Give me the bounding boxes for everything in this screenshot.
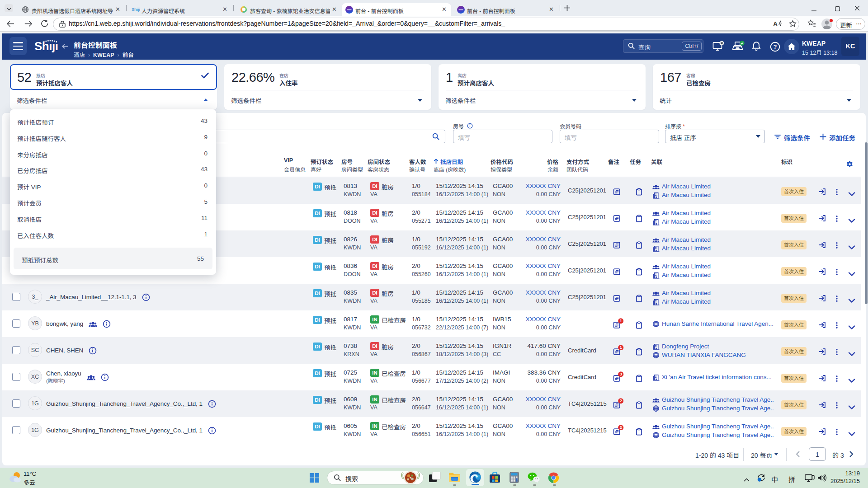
svg-text:1: 1 xyxy=(620,345,622,350)
svg-text:2: 2 xyxy=(620,399,622,403)
svg-text:A: A xyxy=(773,20,778,28)
svg-text:?: ? xyxy=(774,44,777,50)
svg-text:3: 3 xyxy=(620,372,622,376)
svg-text:2: 2 xyxy=(620,425,622,430)
svg-text:1: 1 xyxy=(620,319,622,323)
